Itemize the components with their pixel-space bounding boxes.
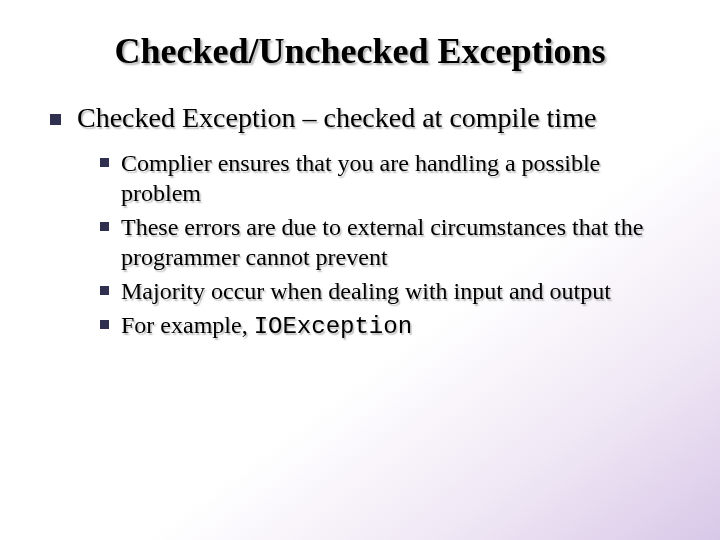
slide-title: Checked/Unchecked Exceptions [40,30,680,72]
list-item: These errors are due to external circums… [100,212,680,272]
level1-text: Checked Exception – checked at compile t… [77,102,596,134]
level2-text: For example, IOException [121,310,412,342]
level2-text: Complier ensures that you are handling a… [121,148,680,208]
level2-text-prefix: For example, [121,312,254,338]
level2-list: Complier ensures that you are handling a… [100,148,680,342]
list-item: Majority occur when dealing with input a… [100,276,680,306]
square-bullet-icon [100,286,109,295]
slide: Checked/Unchecked Exceptions Checked Exc… [0,0,720,540]
level1-list: Checked Exception – checked at compile t… [50,102,680,134]
level2-text: These errors are due to external circums… [121,212,680,272]
square-bullet-icon [50,114,61,125]
list-item: For example, IOException [100,310,680,342]
list-item: Complier ensures that you are handling a… [100,148,680,208]
square-bullet-icon [100,158,109,167]
square-bullet-icon [100,320,109,329]
code-text: IOException [254,313,412,340]
list-item: Checked Exception – checked at compile t… [50,102,680,134]
level2-text: Majority occur when dealing with input a… [121,276,611,306]
square-bullet-icon [100,222,109,231]
